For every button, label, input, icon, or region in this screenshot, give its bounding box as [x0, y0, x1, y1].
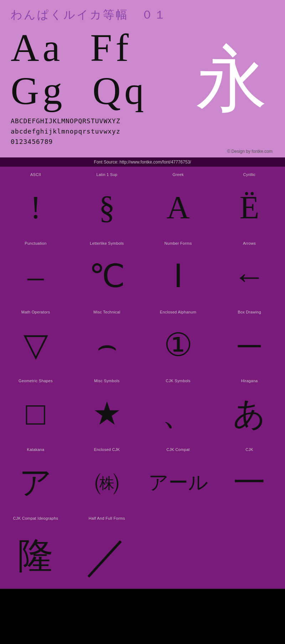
cell-label: Letterlike Symbols [90, 241, 124, 245]
cell-char: ① [142, 317, 214, 373]
char-cell: Box Drawing─ [214, 304, 285, 373]
alphabet-rows: ABCDEFGHIJKLMNOPQRSTUVWXYZ abcdefghijklm… [11, 116, 274, 147]
cell-char: Ⅰ [142, 248, 214, 304]
cell-label: Arrows [243, 241, 256, 245]
cell-label: Enclosed Alphanum [160, 310, 196, 314]
digits-row: 0123456789 [11, 137, 274, 147]
cell-char: § [71, 180, 142, 235]
char-cell: CJK Compat Ideographs隆 [0, 510, 71, 589]
char-cell: Number FormsⅠ [142, 235, 214, 304]
cell-char: 一 [214, 455, 285, 510]
cell-label: Punctuation [25, 241, 46, 245]
cell-label: CJK [245, 447, 253, 452]
char-cell: Latin 1 Sup§ [71, 167, 142, 235]
cell-char: ／ [71, 523, 142, 589]
cell-label: Number Forms [165, 241, 192, 245]
font-source-bar: Font Source: http://www.fontke.com/font/… [0, 157, 285, 167]
cell-char: 、 [142, 386, 214, 442]
cell-label: Greek [172, 172, 183, 177]
char-cell: Half And Full Forms／ [71, 510, 142, 589]
kanji-char: 永 [196, 44, 267, 115]
cell-label: CJK Compat [166, 447, 190, 452]
cell-label: CJK Compat Ideographs [13, 516, 58, 520]
font-title: わんぱくルイカ等幅 ０１ [11, 7, 274, 23]
char-cell: Enclosed Alphanum① [142, 304, 214, 373]
char-cell: Arrows← [214, 235, 285, 304]
cell-char: ← [214, 248, 285, 304]
char-cell: Hiraganaあ [214, 373, 285, 442]
cell-label: Math Operators [21, 310, 50, 314]
cell-label: Misc Technical [93, 310, 120, 314]
top-section: わんぱくルイカ等幅 ０１ Aa Ff Gg Qq 永 ABCDEFGHIJKLM… [0, 0, 285, 157]
char-cell: ASCII! [0, 167, 71, 235]
cell-char: Α [142, 180, 214, 235]
cell-char: ─ [214, 317, 285, 373]
cell-char: ★ [71, 386, 142, 442]
cell-label: CJK Symbols [166, 379, 190, 383]
cell-char: 隆 [0, 523, 71, 589]
cell-char: ㈱ [71, 455, 142, 510]
char-cell: CyrillicЁ [214, 167, 285, 235]
char-grid: ASCII!Latin 1 Sup§GreekΑCyrillicЁPunctua… [0, 167, 285, 589]
char-cell: Misc Symbols★ [71, 373, 142, 442]
cell-char: アール [142, 455, 214, 510]
char-cell: GreekΑ [142, 167, 214, 235]
char-cell: CJK Compatアール [142, 442, 214, 510]
cell-char: ▽ [0, 317, 71, 373]
cell-char: ア [0, 455, 71, 510]
cell-label: Latin 1 Sup [97, 172, 118, 177]
char-cell: Katakanaア [0, 442, 71, 510]
char-cell: Geometric Shapes□ [0, 373, 71, 442]
cell-char: □ [0, 386, 71, 442]
cell-char: – [0, 248, 71, 304]
cell-label: Cyrillic [243, 172, 256, 177]
dark-section: Font Source: http://www.fontke.com/font/… [0, 157, 285, 589]
specimen-large: Aa Ff Gg Qq 永 [11, 26, 274, 113]
char-cell: Enclosed CJK㈱ [71, 442, 142, 510]
cell-label: Hiragana [241, 379, 258, 383]
cell-label: Enclosed CJK [94, 447, 120, 452]
cell-label: Geometric Shapes [19, 379, 53, 383]
char-cell: Punctuation– [0, 235, 71, 304]
char-cell: Misc Technical⌢ [71, 304, 142, 373]
char-cell: CJK一 [214, 442, 285, 510]
cell-char: ⌢ [71, 317, 142, 373]
cell-char: ℃ [71, 248, 142, 304]
cell-char: ! [0, 180, 71, 235]
cell-label: Katakana [27, 447, 45, 452]
cell-char: あ [214, 386, 285, 442]
cell-label: Half And Full Forms [89, 516, 125, 520]
lowercase-row: abcdefghijklmnopqrstuvwxyz [11, 126, 274, 137]
cell-label: Misc Symbols [94, 379, 119, 383]
char-cell: Math Operators▽ [0, 304, 71, 373]
char-cell: CJK Symbols、 [142, 373, 214, 442]
cell-label: Box Drawing [238, 310, 261, 314]
cell-label: ASCII [30, 172, 41, 177]
char-cell: Letterlike Symbols℃ [71, 235, 142, 304]
copyright: © Design by fontke.com [11, 149, 274, 154]
cell-char: Ё [214, 180, 285, 235]
